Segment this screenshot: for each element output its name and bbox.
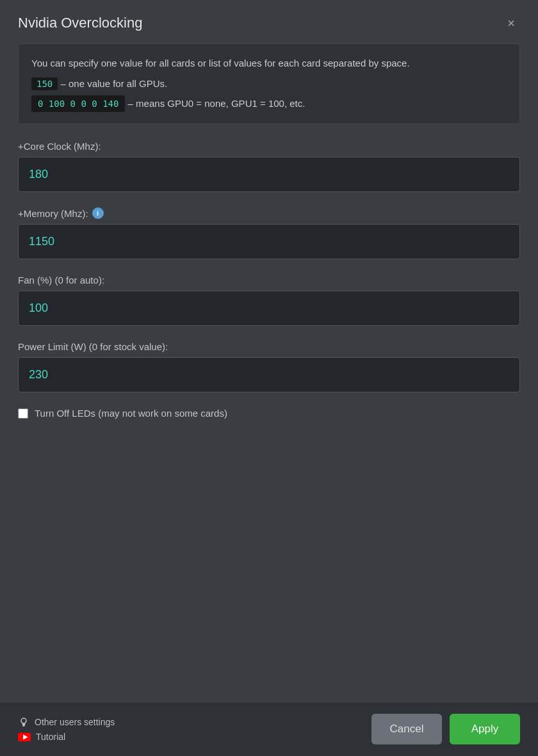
fan-label: Fan (%) (0 for auto): [18,275,520,286]
svg-point-0 [21,718,26,723]
bulb-icon [18,716,29,728]
tutorial-link[interactable]: Tutorial [18,732,115,742]
tutorial-label: Tutorial [36,732,65,742]
example1-code: 150 [31,77,58,90]
example1-text: – one value for all GPUs. [60,78,167,89]
memory-label: +Memory (Mhz): i [18,207,520,219]
fan-input[interactable] [18,291,520,326]
memory-info-icon[interactable]: i [92,207,104,219]
info-box: You can specify one value for all cards … [18,44,520,124]
led-checkbox[interactable] [18,408,28,419]
footer-buttons: Cancel Apply [371,714,520,744]
power-limit-group: Power Limit (W) (0 for stock value): [18,341,520,392]
power-limit-input[interactable] [18,357,520,392]
nvidia-overclocking-dialog: Nvidia Overclocking × You can specify on… [0,0,538,756]
info-example2: 0 100 0 0 0 140 – means GPU0 = none, GPU… [31,95,507,112]
other-users-label: Other users settings [35,717,115,727]
close-button[interactable]: × [502,14,520,32]
power-limit-label: Power Limit (W) (0 for stock value): [18,341,520,352]
cancel-button[interactable]: Cancel [371,714,442,744]
footer-links: Other users settings Tutorial [18,716,115,742]
title-bar: Nvidia Overclocking × [0,0,538,44]
youtube-icon [18,732,31,741]
footer: Other users settings Tutorial Cancel App… [0,702,538,756]
example2-code: 0 100 0 0 0 140 [31,95,125,112]
example2-text: – means GPU0 = none, GPU1 = 100, etc. [128,98,306,109]
dialog-content: You can specify one value for all cards … [0,44,538,702]
core-clock-input[interactable] [18,157,520,192]
info-line1: You can specify one value for all cards … [31,56,507,71]
led-checkbox-row: Turn Off LEDs (may not work on some card… [18,408,520,419]
other-users-link[interactable]: Other users settings [18,716,115,728]
core-clock-label: +Core Clock (Mhz): [18,141,520,152]
apply-button[interactable]: Apply [450,714,520,744]
dialog-title: Nvidia Overclocking [18,15,142,31]
memory-group: +Memory (Mhz): i [18,207,520,259]
info-example1: 150 – one value for all GPUs. [31,76,507,92]
core-clock-group: +Core Clock (Mhz): [18,141,520,192]
led-checkbox-label[interactable]: Turn Off LEDs (may not work on some card… [35,408,227,419]
memory-input[interactable] [18,224,520,259]
fan-group: Fan (%) (0 for auto): [18,275,520,326]
